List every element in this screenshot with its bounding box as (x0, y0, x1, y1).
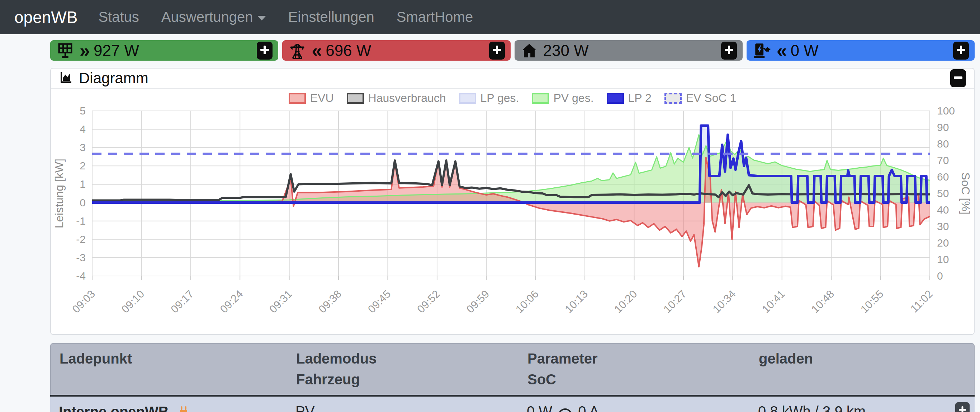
nav-item-label: Auswertungen (161, 9, 253, 25)
legend-item-pv-ges-[interactable]: PV ges. (532, 91, 593, 105)
x-tick-label: 09:59 (464, 288, 491, 315)
legend-item-hausverbrauch[interactable]: Hausverbrauch (347, 91, 446, 105)
chevron-down-icon (258, 16, 266, 21)
column-header: geladen (759, 348, 980, 369)
y-right-tick-label: 60 (937, 171, 949, 183)
status-bars: »927 W«696 W230 W«0 W (50, 40, 975, 61)
legend-swatch (607, 93, 624, 104)
x-tick-label: 09:31 (267, 288, 294, 315)
y-right-tick-label: 30 (937, 220, 949, 232)
x-tick-label: 09:03 (70, 288, 97, 315)
chart-body: EVUHausverbrauchLP ges.PV ges.LP 2EV SoC… (51, 89, 974, 334)
expand-button[interactable] (953, 42, 969, 59)
y-right-tick-label: 100 (937, 105, 955, 117)
y-right-tick-label: 20 (937, 237, 949, 249)
column-header: Lademodus (296, 348, 527, 369)
nav-item-einstellungen[interactable]: Einstellungen (288, 9, 374, 25)
chargepoint-table: LadepunktLademodusParametergeladen Fahrz… (50, 343, 975, 412)
solar-panel-icon (56, 41, 75, 60)
nav-item-label: SmartHome (396, 9, 473, 25)
y-left-tick-label: -4 (76, 270, 86, 282)
x-tick-label: 09:38 (316, 288, 344, 315)
legend-item-evu[interactable]: EVU (289, 91, 334, 105)
y-left-tick-label: 0 (80, 196, 86, 209)
pv-power-bar[interactable]: »927 W (50, 40, 278, 61)
x-tick-label: 09:10 (119, 288, 146, 315)
grid-power-bar[interactable]: «696 W (282, 40, 510, 61)
y-right-axis-title: SoC [%] (959, 172, 972, 214)
legend-item-ev-soc-1[interactable]: EV SoC 1 (665, 91, 737, 105)
nav-item-label: Status (98, 9, 139, 25)
nav-item-auswertungen[interactable]: Auswertungen (161, 9, 266, 25)
geladen-value: 0,8 kWh / 3,9 km (758, 401, 980, 412)
legend-item-lp-2[interactable]: LP 2 (607, 91, 652, 105)
parameter-value: 0 W 1 0 A (527, 401, 758, 412)
x-tick-label: 10:20 (612, 288, 639, 315)
x-tick-label: 10:27 (661, 288, 689, 315)
column-header: Parameter (527, 348, 759, 369)
y-right-tick-label: 10 (937, 253, 949, 265)
plus-square-icon (958, 406, 967, 412)
diagram-collapse-button[interactable] (950, 69, 966, 87)
nav-item-status[interactable]: Status (98, 9, 139, 25)
expand-button[interactable] (257, 42, 272, 59)
y-left-tick-label: -3 (76, 252, 86, 263)
row-expand-button[interactable] (955, 402, 970, 412)
x-tick-label: 10:55 (858, 288, 885, 315)
chart-legend: EVUHausverbrauchLP ges.PV ges.LP 2EV SoC… (51, 91, 974, 105)
minus-square-icon (953, 73, 963, 84)
charging-station-icon (752, 41, 772, 60)
power-soc-chart: 543210-1-2-3-4100908070605040302010009:0… (51, 89, 974, 334)
legend-swatch (459, 93, 476, 104)
current-value: 0 A (574, 403, 599, 412)
x-tick-label: 10:13 (563, 288, 590, 315)
legend-label: LP ges. (480, 91, 519, 105)
legend-label: LP 2 (628, 91, 652, 105)
legend-label: PV ges. (553, 91, 593, 105)
chargepoint-name-label: Interne openWB (59, 401, 169, 412)
expand-button[interactable] (489, 42, 505, 59)
y-right-tick-label: 80 (937, 138, 949, 150)
diagram-title: Diagramm (79, 70, 148, 87)
power-value: 927 W (94, 42, 139, 59)
x-tick-label: 10:48 (809, 288, 836, 315)
lademodus-value: PV (296, 401, 527, 412)
column-header-line2: Fahrzeug (296, 369, 527, 390)
legend-swatch (532, 93, 549, 104)
column-header-line2 (759, 369, 980, 390)
x-tick-label: 09:17 (169, 288, 196, 315)
legend-swatch (289, 93, 306, 104)
chargepoint-power-bar[interactable]: «0 W (746, 40, 975, 61)
y-right-tick-label: 70 (937, 154, 949, 166)
legend-label: EV SoC 1 (686, 91, 737, 105)
transmission-tower-icon (288, 41, 307, 60)
x-tick-label: 09:24 (218, 288, 245, 315)
column-header-line2: SoC (527, 369, 759, 390)
y-right-tick-label: 90 (937, 121, 949, 133)
nav-item-label: Einstellungen (288, 9, 374, 25)
plus-square-icon (724, 45, 734, 56)
column-header: Ladepunkt (59, 348, 296, 369)
x-tick-label: 11:02 (908, 288, 935, 315)
legend-swatch (665, 93, 682, 104)
y-left-tick-label: 3 (80, 141, 86, 153)
y-left-tick-label: 5 (80, 105, 86, 117)
house-power-bar[interactable]: 230 W (515, 40, 743, 61)
y-left-tick-label: 4 (80, 123, 86, 135)
power-value: 0 W (791, 42, 819, 59)
legend-item-lp-ges-[interactable]: LP ges. (459, 91, 519, 105)
expand-button[interactable] (721, 42, 737, 59)
plus-square-icon (956, 45, 966, 56)
chargepoint-name: Interne openWB (59, 401, 296, 412)
house-icon (520, 42, 538, 59)
x-tick-label: 09:52 (415, 288, 442, 315)
table-header: LadepunktLademodusParametergeladen Fahrz… (50, 343, 975, 395)
navbar: openWB StatusAuswertungenEinstellungenSm… (0, 0, 980, 34)
brand-logo[interactable]: openWB (14, 8, 78, 27)
plus-square-icon (259, 45, 270, 56)
legend-swatch (347, 93, 364, 104)
power-value: 230 W (543, 42, 589, 59)
plug-icon (178, 404, 190, 412)
nav-item-smarthome[interactable]: SmartHome (396, 9, 473, 25)
y-left-tick-label: 2 (80, 160, 86, 172)
